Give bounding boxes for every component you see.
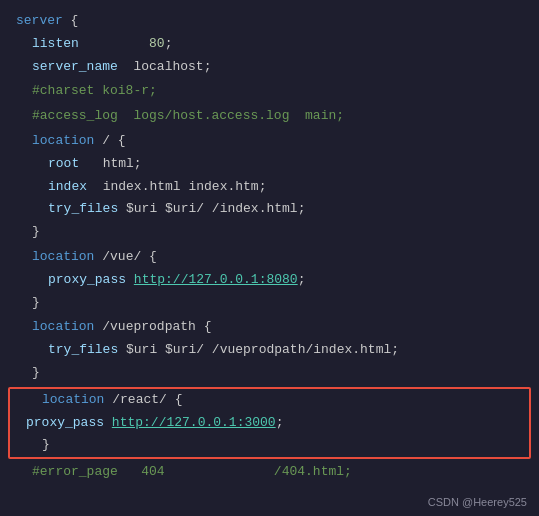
code-token: [104, 413, 112, 434]
code-token: ;: [298, 199, 306, 220]
code-token: proxy_pass: [48, 270, 126, 291]
code-token: try_files: [48, 199, 118, 220]
code-token: }: [32, 293, 40, 314]
code-line: try_files $uri $uri/ /index.html;: [0, 198, 539, 221]
code-token: }: [32, 363, 40, 384]
code-token: ;: [165, 34, 173, 55]
code-token: #access_log logs/host.access.log main;: [32, 106, 344, 127]
footer-content: #error_page 404 /404.html;: [0, 461, 539, 484]
code-token: /: [94, 131, 110, 152]
code-token: ;: [134, 154, 142, 175]
code-token: $uri $uri/ /index.html: [118, 199, 297, 220]
code-line: location / {: [0, 130, 539, 153]
code-token: listen: [32, 34, 79, 55]
code-line: }: [10, 434, 529, 457]
code-content: server {listen 80;server_name localhost;…: [0, 10, 539, 385]
code-token: /vueprodpath: [94, 317, 203, 338]
code-token: /react/: [104, 390, 174, 411]
code-token: {: [204, 317, 212, 338]
code-token: [87, 177, 103, 198]
code-line: try_files $uri $uri/ /vueprodpath/index.…: [0, 339, 539, 362]
code-token: [79, 34, 149, 55]
code-line: #charset koi8-r;: [0, 80, 539, 103]
code-line: location /react/ {: [10, 389, 529, 412]
code-token: }: [42, 435, 50, 456]
code-token: }: [32, 222, 40, 243]
code-line: server_name localhost;: [0, 56, 539, 79]
code-line: location /vue/ {: [0, 246, 539, 269]
code-token: location: [32, 247, 94, 268]
code-token: ;: [391, 340, 399, 361]
code-token: {: [175, 390, 183, 411]
code-line: index index.html index.htm;: [0, 176, 539, 199]
code-token: server_name: [32, 57, 118, 78]
code-line: server {: [0, 10, 539, 33]
code-token: http://127.0.0.1:8080: [134, 270, 298, 291]
code-token: ;: [276, 413, 284, 434]
code-line: }: [0, 292, 539, 315]
code-token: localhost: [133, 57, 203, 78]
code-line: }: [0, 362, 539, 385]
code-line: listen 80;: [0, 33, 539, 56]
code-line: #error_page 404 /404.html;: [0, 461, 539, 484]
code-token: [118, 57, 134, 78]
watermark: CSDN @Heerey525: [428, 496, 527, 508]
code-token: [165, 462, 274, 483]
code-token: ;: [259, 177, 267, 198]
code-editor: server {listen 80;server_name localhost;…: [0, 0, 539, 516]
code-token: try_files: [48, 340, 118, 361]
code-token: index.html index.htm: [103, 177, 259, 198]
code-token: proxy_pass: [26, 413, 104, 434]
code-token: {: [71, 11, 79, 32]
code-line: proxy_pass http://127.0.0.1:3000;: [10, 412, 529, 435]
code-token: server: [16, 11, 71, 32]
code-token: [126, 270, 134, 291]
code-line: location /vueprodpath {: [0, 316, 539, 339]
code-token: #charset koi8-r;: [32, 81, 157, 102]
code-token: location: [32, 317, 94, 338]
code-token: location: [42, 390, 104, 411]
code-token: ;: [298, 270, 306, 291]
code-token: location: [32, 131, 94, 152]
code-token: ;: [204, 57, 212, 78]
code-token: 80: [149, 34, 165, 55]
code-token: #error_page 404: [32, 462, 165, 483]
code-token: {: [149, 247, 157, 268]
highlighted-section: location /react/ {proxy_pass http://127.…: [8, 387, 531, 459]
code-token: {: [110, 131, 126, 152]
code-token: index: [48, 177, 87, 198]
code-token: html: [103, 154, 134, 175]
code-token: /404.html;: [274, 462, 352, 483]
code-token: [79, 154, 102, 175]
code-token: http://127.0.0.1:3000: [112, 413, 276, 434]
code-token: $uri $uri/ /vueprodpath/index.html: [118, 340, 391, 361]
code-line: root html;: [0, 153, 539, 176]
code-line: }: [0, 221, 539, 244]
code-line: #access_log logs/host.access.log main;: [0, 105, 539, 128]
code-token: /vue/: [94, 247, 149, 268]
code-token: root: [48, 154, 79, 175]
code-line: proxy_pass http://127.0.0.1:8080;: [0, 269, 539, 292]
